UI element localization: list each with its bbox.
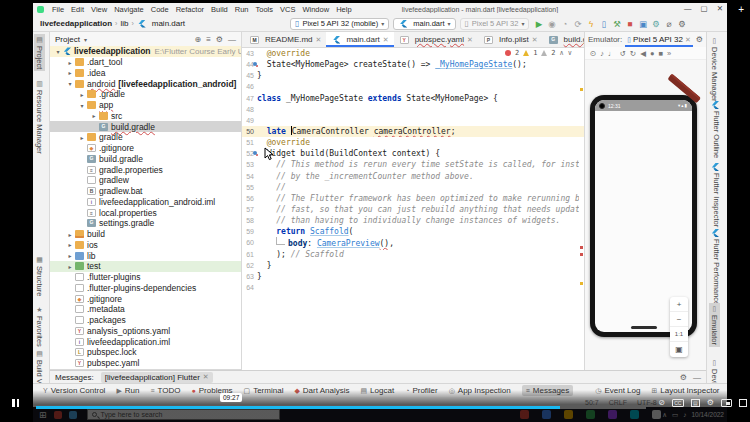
messages-tab[interactable]: [livefeedapplication] Flutter ✕ <box>101 372 213 383</box>
tree-item-app[interactable]: ▾app <box>50 100 241 111</box>
close-icon[interactable]: ✕ <box>467 36 473 44</box>
tree-item-gradle-properties[interactable]: ≡gradle.properties <box>50 164 241 175</box>
stripe-item-flutter-inspector[interactable]: Flutter Inspector <box>709 161 723 229</box>
stripe-item-structure[interactable]: ▦Structure <box>34 254 45 298</box>
taskbar-app-icon[interactable] <box>69 411 77 419</box>
tree-item--gitignore[interactable]: ◆.gitignore <box>50 143 241 154</box>
gear-icon[interactable]: ⚙ <box>680 373 687 382</box>
settings-button[interactable]: ⚙ <box>676 18 687 30</box>
tree-item--gitignore[interactable]: ◆.gitignore <box>50 293 241 304</box>
menu-vcs[interactable]: VCS <box>277 5 298 14</box>
volume-down-icon[interactable]: ♩ <box>608 49 616 58</box>
rotate-left-icon[interactable]: ↺ <box>620 49 626 58</box>
tree-item--flutter-plugins-dependencies[interactable]: .flutter-plugins-dependencies <box>50 283 241 294</box>
hide-panel-icon[interactable]: — <box>228 35 236 44</box>
toolwindow-button-todo[interactable]: ≡TODO <box>150 386 180 395</box>
stripe-item-flutter-performance[interactable]: Flutter Performance <box>709 227 723 307</box>
toolwindow-button-version-control[interactable]: YVersion Control <box>43 386 105 395</box>
chevron-right-icon[interactable]: ▸ <box>78 91 86 98</box>
encoding[interactable]: UTF-8 <box>637 399 657 406</box>
menu-window[interactable]: Window <box>299 5 332 14</box>
chevron-right-icon[interactable]: ▸ <box>66 69 74 76</box>
tree-item-analysis-options-yaml[interactable]: Yanalysis_options.yaml <box>50 326 241 337</box>
build-button[interactable]: ⚒ <box>611 18 622 30</box>
minimize-button[interactable]: — <box>684 4 692 13</box>
chevron-right-icon[interactable]: ▸ <box>66 59 74 66</box>
tab-info-plist[interactable]: PInfo.plist✕ <box>478 32 543 47</box>
tree-item-local-properties[interactable]: ≡local.properties <box>50 207 241 218</box>
taskbar-app-icon[interactable] <box>652 410 661 419</box>
chevron-down-icon[interactable]: ▾ <box>78 102 86 109</box>
debug-button[interactable]: ◉ <box>546 18 557 30</box>
stripe-item-device-manager[interactable]: ▯Device Manager <box>709 35 720 104</box>
toolwindow-button-app-inspection[interactable]: ◎App Inspection <box>449 386 511 395</box>
profiler-button[interactable]: ◔ <box>559 18 570 30</box>
tree-item-lib[interactable]: ▸lib <box>50 250 241 261</box>
sync-button[interactable]: ⚙ <box>650 18 661 30</box>
tab-pubspec-yaml[interactable]: Ypubspec.yaml✕ <box>394 32 478 47</box>
caret-position[interactable]: 50:7 <box>585 399 599 406</box>
tree-item-build-gradle[interactable]: Gbuild.gradle <box>50 121 241 132</box>
close-icon[interactable]: ✕ <box>383 36 389 44</box>
tree-item-gradlew-bat[interactable]: Bgradlew.bat <box>50 186 241 197</box>
chevron-right-icon[interactable]: ▸ <box>90 112 98 119</box>
tray-volume-icon[interactable]: ♪ <box>683 411 686 418</box>
zoom-fit-button[interactable]: ▣ <box>670 342 688 357</box>
volume-up-icon[interactable]: ♪ <box>600 49 604 58</box>
power-icon[interactable]: ⊙ <box>590 49 596 58</box>
tab-build-gradle[interactable]: Gbuild.gradle✕ <box>543 32 585 47</box>
toolwindow-button-terminal[interactable]: ▢Terminal <box>244 386 284 395</box>
close-icon[interactable]: ✕ <box>316 36 322 44</box>
stop-button[interactable]: ■ <box>624 18 635 30</box>
tree-item-livefeedapplication-android-iml[interactable]: ilivefeedapplication_android.iml <box>50 197 241 208</box>
device-button[interactable]: ▯ <box>598 18 609 30</box>
captions-icon[interactable]: CC <box>672 399 684 407</box>
close-button[interactable]: ✕ <box>717 4 723 13</box>
device-selector[interactable]: ▯ Pixel 5 API 32 (mobile) ▾ <box>290 18 389 30</box>
menu-build[interactable]: Build <box>208 5 231 14</box>
taskbar-app-icon[interactable] <box>564 410 573 419</box>
taskbar-app-icon[interactable] <box>542 410 551 419</box>
chevron-right-icon[interactable]: ▸ <box>66 231 74 238</box>
run-button[interactable]: ▶ <box>533 18 544 30</box>
fullscreen-icon[interactable] <box>739 399 747 407</box>
tree-item-settings-gradle[interactable]: Gsettings.gradle <box>50 218 241 229</box>
locate-file-icon[interactable]: ⊕ <box>194 35 201 44</box>
taskbar-app-icon[interactable] <box>586 410 595 419</box>
toolwindow-button-logcat[interactable]: ▤Logcat <box>360 386 394 395</box>
toolwindow-button-profiler[interactable]: ◔Profiler <box>405 386 438 395</box>
chevron-right-icon[interactable]: ▸ <box>78 134 86 141</box>
tree-item--idea[interactable]: ▸.idea <box>50 68 241 79</box>
emulator-device-tab[interactable]: ▯ Pixel 5 API 32 ✕ <box>625 32 693 47</box>
toolwindow-button-messages[interactable]: ≡Messages <box>522 385 574 396</box>
tray-chevron-icon[interactable]: ∧ <box>662 411 667 419</box>
menu-run[interactable]: Run <box>232 5 252 14</box>
tree-item--dart-tool[interactable]: ▸.dart_tool <box>50 57 241 68</box>
start-button[interactable]: ⊞ <box>39 410 47 420</box>
menu-navigate[interactable]: Navigate <box>111 5 147 14</box>
pause-button[interactable] <box>12 399 19 407</box>
zoom-in-button[interactable]: + <box>670 297 688 312</box>
breadcrumb-item[interactable]: main.dart <box>152 19 185 28</box>
tree-item-build-gradle[interactable]: Gbuild.gradle <box>50 154 241 165</box>
taskbar-app-icon[interactable] <box>54 411 62 419</box>
hot-reload-button[interactable]: ϟ <box>585 18 596 30</box>
taskbar-app-icon[interactable] <box>608 410 617 419</box>
menu-edit[interactable]: Edit <box>68 5 87 14</box>
tree-item-pubspec-yaml[interactable]: Ypubspec.yaml <box>50 358 241 369</box>
stripe-item-project[interactable]: ▤Project <box>34 34 45 71</box>
menu-tools[interactable]: Tools <box>253 5 277 14</box>
chevron-down-icon[interactable]: ▾ <box>84 36 87 43</box>
tree-item-ios[interactable]: ▸ios <box>50 240 241 251</box>
project-tab-label[interactable]: Project <box>55 35 80 44</box>
chevron-right-icon[interactable]: ▸ <box>66 252 74 259</box>
chevron-right-icon[interactable]: ▸ <box>66 241 74 248</box>
rotate-right-icon[interactable]: ↻ <box>630 49 636 58</box>
menu-help[interactable]: Help <box>333 5 354 14</box>
tab-readme-md[interactable]: MREADME.md✕ <box>244 32 326 47</box>
miniplayer-icon[interactable] <box>721 399 732 407</box>
stripe-item-resource-manager[interactable]: ▥Resource Manager <box>34 78 45 156</box>
close-icon[interactable]: ✕ <box>685 36 691 44</box>
tree-item--metadata[interactable]: .metadata <box>50 304 241 315</box>
tree-item--packages[interactable]: .packages <box>50 315 241 326</box>
